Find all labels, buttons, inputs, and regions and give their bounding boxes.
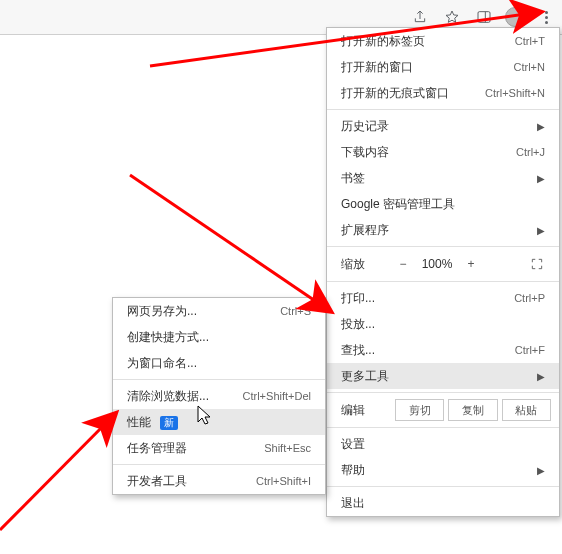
submenu-item-create-shortcut[interactable]: 创建快捷方式... bbox=[113, 324, 325, 350]
chevron-right-icon: ▶ bbox=[537, 465, 545, 476]
submenu-item-task-manager[interactable]: 任务管理器 Shift+Esc bbox=[113, 435, 325, 461]
fullscreen-icon[interactable] bbox=[525, 257, 549, 271]
menu-item-settings[interactable]: 设置 bbox=[327, 431, 559, 457]
menu-shortcut: Shift+Esc bbox=[264, 442, 311, 454]
chevron-right-icon: ▶ bbox=[537, 371, 545, 382]
menu-item-zoom: 缩放 − 100% + bbox=[327, 250, 559, 278]
menu-label: 下载内容 bbox=[341, 144, 516, 161]
menu-label: 打印... bbox=[341, 290, 514, 307]
menu-item-history[interactable]: 历史记录 ▶ bbox=[327, 113, 559, 139]
menu-item-bookmarks[interactable]: 书签 ▶ bbox=[327, 165, 559, 191]
paste-button[interactable]: 粘贴 bbox=[502, 399, 551, 421]
menu-label: 更多工具 bbox=[341, 368, 531, 385]
menu-label: 打开新的标签页 bbox=[341, 33, 515, 50]
menu-shortcut: Ctrl+F bbox=[515, 344, 545, 356]
submenu-item-performance[interactable]: 性能 新 bbox=[113, 409, 325, 435]
menu-label: 投放... bbox=[341, 316, 545, 333]
menu-label: 网页另存为... bbox=[127, 303, 280, 320]
menu-separator bbox=[113, 464, 325, 465]
menu-label: 清除浏览数据... bbox=[127, 388, 243, 405]
menu-label: 任务管理器 bbox=[127, 440, 264, 457]
submenu-item-name-window[interactable]: 为窗口命名... bbox=[113, 350, 325, 376]
menu-shortcut: Ctrl+P bbox=[514, 292, 545, 304]
zoom-value: 100% bbox=[415, 257, 459, 271]
menu-separator bbox=[327, 392, 559, 393]
menu-separator bbox=[327, 109, 559, 110]
menu-label: 性能 新 bbox=[127, 414, 311, 431]
menu-item-more-tools[interactable]: 更多工具 ▶ bbox=[327, 363, 559, 389]
more-tools-submenu: 网页另存为... Ctrl+S 创建快捷方式... 为窗口命名... 清除浏览数… bbox=[112, 297, 326, 495]
menu-shortcut: Ctrl+S bbox=[280, 305, 311, 317]
menu-item-edit: 编辑 剪切 复制 粘贴 bbox=[327, 396, 559, 424]
new-badge: 新 bbox=[160, 416, 178, 430]
submenu-item-dev-tools[interactable]: 开发者工具 Ctrl+Shift+I bbox=[113, 468, 325, 494]
menu-label: 查找... bbox=[341, 342, 515, 359]
menu-label: 为窗口命名... bbox=[127, 355, 311, 372]
menu-item-new-tab[interactable]: 打开新的标签页 Ctrl+T bbox=[327, 28, 559, 54]
arrow-to-performance bbox=[0, 414, 115, 530]
menu-label: Google 密码管理工具 bbox=[341, 196, 545, 213]
menu-separator bbox=[327, 281, 559, 282]
copy-button[interactable]: 复制 bbox=[448, 399, 497, 421]
menu-label: 书签 bbox=[341, 170, 531, 187]
zoom-out-button[interactable]: − bbox=[391, 257, 415, 271]
menu-item-help[interactable]: 帮助 ▶ bbox=[327, 457, 559, 483]
menu-label: 帮助 bbox=[341, 462, 531, 479]
menu-label: 编辑 bbox=[341, 402, 391, 419]
menu-shortcut: Ctrl+Shift+N bbox=[485, 87, 545, 99]
chevron-right-icon: ▶ bbox=[537, 225, 545, 236]
zoom-in-button[interactable]: + bbox=[459, 257, 483, 271]
menu-label: 历史记录 bbox=[341, 118, 531, 135]
menu-shortcut: Ctrl+T bbox=[515, 35, 545, 47]
menu-item-new-window[interactable]: 打开新的窗口 Ctrl+N bbox=[327, 54, 559, 80]
menu-shortcut: Ctrl+J bbox=[516, 146, 545, 158]
chevron-right-icon: ▶ bbox=[537, 121, 545, 132]
perf-text: 性能 bbox=[127, 415, 151, 429]
menu-item-downloads[interactable]: 下载内容 Ctrl+J bbox=[327, 139, 559, 165]
menu-label: 缩放 bbox=[341, 256, 391, 273]
menu-shortcut: Ctrl+Shift+Del bbox=[243, 390, 311, 402]
menu-shortcut: Ctrl+N bbox=[514, 61, 545, 73]
menu-separator bbox=[327, 427, 559, 428]
menu-label: 打开新的窗口 bbox=[341, 59, 514, 76]
menu-item-cast[interactable]: 投放... bbox=[327, 311, 559, 337]
cut-button[interactable]: 剪切 bbox=[395, 399, 444, 421]
menu-separator bbox=[327, 486, 559, 487]
submenu-item-save-as[interactable]: 网页另存为... Ctrl+S bbox=[113, 298, 325, 324]
menu-label: 扩展程序 bbox=[341, 222, 531, 239]
menu-item-exit[interactable]: 退出 bbox=[327, 490, 559, 516]
menu-label: 创建快捷方式... bbox=[127, 329, 311, 346]
menu-item-print[interactable]: 打印... Ctrl+P bbox=[327, 285, 559, 311]
arrow-to-more-tools bbox=[130, 175, 330, 311]
svg-rect-0 bbox=[478, 12, 490, 23]
menu-separator bbox=[327, 246, 559, 247]
menu-label: 退出 bbox=[341, 495, 545, 512]
menu-label: 开发者工具 bbox=[127, 473, 256, 490]
chevron-right-icon: ▶ bbox=[537, 173, 545, 184]
menu-label: 打开新的无痕式窗口 bbox=[341, 85, 485, 102]
menu-item-find[interactable]: 查找... Ctrl+F bbox=[327, 337, 559, 363]
submenu-item-clear-data[interactable]: 清除浏览数据... Ctrl+Shift+Del bbox=[113, 383, 325, 409]
menu-item-extensions[interactable]: 扩展程序 ▶ bbox=[327, 217, 559, 243]
menu-label: 设置 bbox=[341, 436, 545, 453]
menu-item-incognito[interactable]: 打开新的无痕式窗口 Ctrl+Shift+N bbox=[327, 80, 559, 106]
menu-separator bbox=[113, 379, 325, 380]
menu-shortcut: Ctrl+Shift+I bbox=[256, 475, 311, 487]
menu-item-password-manager[interactable]: Google 密码管理工具 bbox=[327, 191, 559, 217]
chrome-main-menu: 打开新的标签页 Ctrl+T 打开新的窗口 Ctrl+N 打开新的无痕式窗口 C… bbox=[326, 27, 560, 517]
